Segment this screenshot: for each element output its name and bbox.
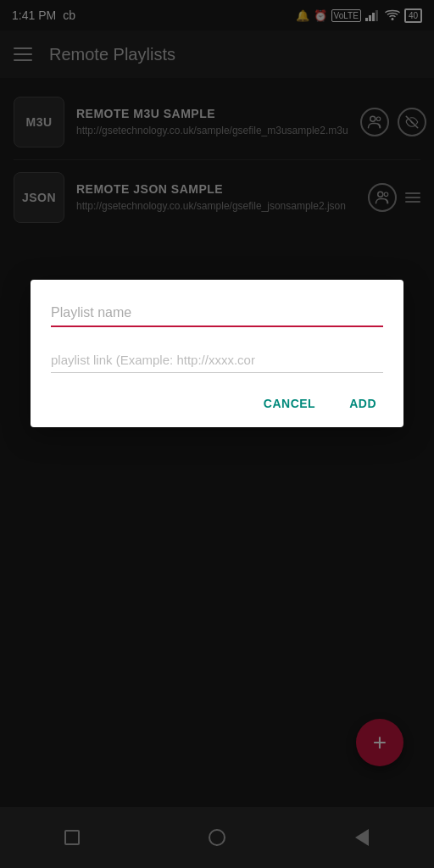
add-playlist-dialog: CANCEL ADD <box>31 280 403 427</box>
dialog-buttons: CANCEL ADD <box>51 393 383 414</box>
add-button[interactable]: ADD <box>342 393 383 414</box>
cancel-button[interactable]: CANCEL <box>257 393 322 414</box>
dialog-overlay: CANCEL ADD <box>0 0 434 868</box>
playlist-link-input[interactable] <box>51 348 383 373</box>
playlist-name-input[interactable] <box>51 300 383 327</box>
